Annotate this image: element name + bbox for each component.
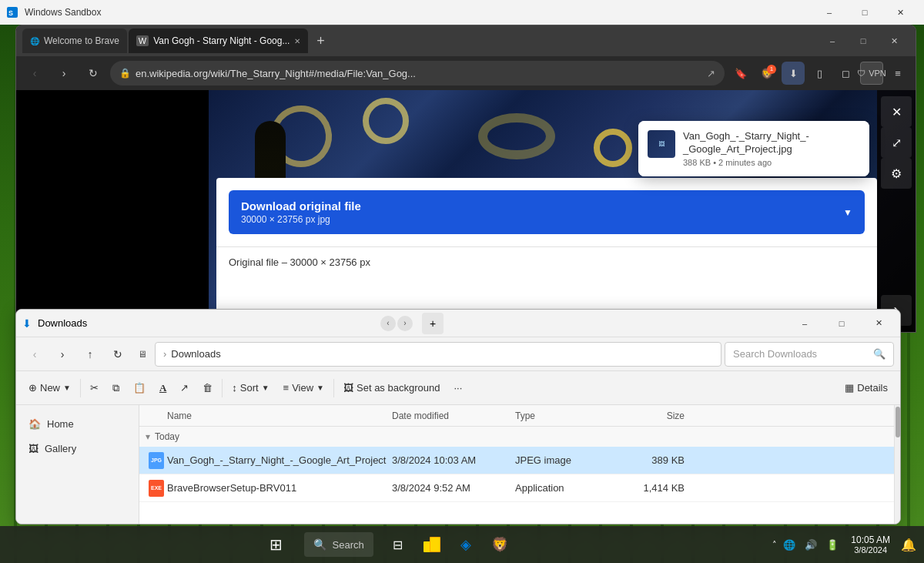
explorer-close-btn[interactable]: ✕ [863, 312, 894, 335]
sidebar-item-gallery[interactable]: 🖼 Gallery [19, 436, 136, 461]
file-row-brave[interactable]: EXE BraveBrowserSetup-BRV011 3/8/2024 9:… [139, 474, 894, 502]
file-explorer-taskbar-icon[interactable] [417, 529, 447, 560]
bookmark-icon[interactable]: 🔖 [729, 62, 752, 85]
cut-btn[interactable]: ✂ [84, 376, 105, 400]
paste-icon: 📋 [133, 382, 146, 394]
explorer-sidebar: 🏠 Home 🖼 Gallery [16, 405, 139, 524]
more-icon: ··· [454, 382, 462, 394]
address-text: en.wikipedia.org/wiki/The_Starry_Night#/… [136, 68, 702, 79]
clock-date: 3/8/2024 [851, 545, 890, 555]
explorer-prev-tab[interactable]: ‹ [380, 316, 396, 331]
more-btn[interactable]: ··· [447, 376, 468, 400]
forward-button[interactable]: › [52, 61, 76, 85]
toolbar-sep-3 [333, 379, 334, 397]
group-collapse-icon[interactable]: ▾ [146, 431, 150, 442]
details-btn[interactable]: ▦ Details [839, 376, 894, 400]
view-btn[interactable]: ≡ View ▼ [277, 376, 330, 400]
download-filename: Van_Gogh_-_Starry_Night_- _Google_Art_Pr… [683, 130, 860, 156]
explorer-back-btn[interactable]: ‹ [22, 342, 47, 367]
system-clock[interactable]: 10:05 AM 3/8/2024 [845, 535, 896, 555]
details-icon: ▦ [845, 382, 854, 394]
settings-btn[interactable]: ⚙ [881, 158, 912, 189]
share-icon[interactable]: ↗ [707, 68, 715, 79]
set-background-btn[interactable]: 🖼 Set as background [337, 376, 446, 400]
refresh-button[interactable]: ↻ [81, 61, 105, 85]
new-tab-button[interactable]: + [310, 30, 331, 52]
explorer-maximize-btn[interactable]: □ [826, 312, 857, 335]
tab-welcome[interactable]: 🌐 Welcome to Brave [22, 28, 127, 53]
edge-taskbar-icon[interactable]: ◈ [450, 529, 481, 560]
download-original-btn[interactable]: Download original file 30000 × 23756 px … [229, 190, 865, 234]
explorer-forward-btn[interactable]: › [50, 342, 75, 367]
download-chevron-icon: ▼ [843, 207, 852, 218]
file-row-vangogh[interactable]: JPG Van_Gogh_-_Starry_Night_-_Google_Art… [139, 447, 894, 474]
sandbox-close-btn[interactable]: ✕ [882, 0, 918, 25]
close-fullscreen-btn[interactable]: ✕ [881, 96, 912, 127]
sidebar-toggle-icon[interactable]: ▯ [808, 62, 831, 85]
vangogh-filename: Van_Gogh_-_Starry_Night_-_Google_Art_Pro… [167, 454, 392, 466]
new-btn[interactable]: ⊕ New ▼ [22, 376, 77, 400]
explorer-new-tab-btn[interactable]: + [422, 313, 444, 334]
original-file-info: Original file – 30000 × 23756 px [216, 246, 877, 268]
network-tray-icon[interactable]: 🌐 [780, 535, 798, 554]
brave-taskbar-icon[interactable]: 🦁 [484, 529, 515, 560]
taskbar-search[interactable]: 🔍 Search [304, 532, 373, 557]
share-btn[interactable]: ↗ [174, 376, 195, 400]
explorer-address-text: Downloads [171, 348, 220, 360]
browser-maximize-btn[interactable]: □ [848, 28, 879, 53]
site-info-icon[interactable]: 🔒 [119, 68, 131, 79]
notification-icon[interactable]: 🔔 [899, 535, 918, 554]
start-button[interactable]: ⊞ [258, 526, 295, 563]
brave-shield-icon[interactable]: 🦁 1 [755, 62, 778, 85]
col-header-size[interactable]: Size [608, 411, 685, 421]
downloads-icon[interactable]: ⬇ [782, 62, 805, 85]
clock-time: 10:05 AM [851, 535, 890, 545]
tab-vangogh[interactable]: W Van Gogh - Starry Night - Goog... ✕ [129, 28, 309, 53]
menu-icon[interactable]: ≡ [886, 62, 909, 85]
speaker-tray-icon[interactable]: 🔊 [802, 535, 820, 554]
search-placeholder-text: Search Downloads [733, 348, 817, 360]
explorer-search-bar[interactable]: Search Downloads 🔍 [725, 342, 894, 367]
explorer-refresh-btn[interactable]: ↻ [105, 342, 130, 367]
browser-minimize-btn[interactable]: – [817, 28, 848, 53]
col-header-type[interactable]: Type [515, 411, 608, 421]
explorer-minimize-btn[interactable]: – [789, 312, 820, 335]
tab-vangogh-close[interactable]: ✕ [294, 37, 300, 45]
brave-file-icon: EXE [146, 480, 167, 497]
copy-btn[interactable]: ⧉ [106, 376, 126, 400]
download-dropdown: 🖼 Van_Gogh_-_Starry_Night_- _Google_Art_… [638, 121, 869, 176]
cut-icon: ✂ [90, 382, 99, 394]
browser-titlebar-btns: – □ ✕ [817, 28, 909, 53]
browser-close-btn[interactable]: ✕ [879, 28, 909, 53]
vpn-icon[interactable]: 🛡 VPN [860, 62, 883, 85]
background-icon: 🖼 [343, 382, 353, 394]
brave-type: Application [515, 482, 608, 494]
col-header-date[interactable]: Date modified [392, 411, 515, 421]
taskbar-search-label: Search [333, 539, 364, 551]
expand-btn[interactable]: ⤢ [881, 127, 912, 158]
sandbox-maximize-btn[interactable]: □ [847, 0, 882, 25]
explorer-next-tab[interactable]: › [397, 316, 413, 331]
sort-btn[interactable]: ↕ Sort ▼ [226, 376, 275, 400]
paste-btn[interactable]: 📋 [127, 376, 152, 400]
explorer-address-bar[interactable]: › Downloads [155, 342, 721, 367]
vangogh-file-icon: JPG [146, 452, 167, 469]
tray-chevron[interactable]: ˄ [772, 540, 777, 550]
col-header-name[interactable]: Name [146, 411, 392, 421]
share-icon: ↗ [180, 382, 189, 394]
file-list-scrollbar[interactable] [894, 405, 900, 524]
sidebar-item-home[interactable]: 🏠 Home [19, 411, 136, 436]
back-button[interactable]: ‹ [22, 61, 47, 85]
delete-btn[interactable]: 🗑 [196, 376, 219, 400]
explorer-up-btn[interactable]: ↑ [78, 342, 102, 367]
wallet-icon[interactable]: ◻ [834, 62, 857, 85]
rename-btn[interactable]: A [153, 376, 172, 400]
task-view-icon[interactable]: ⊟ [383, 529, 413, 560]
battery-tray-icon[interactable]: 🔋 [823, 535, 842, 554]
explorer-title-icon: ⬇ [22, 317, 32, 330]
address-bar[interactable]: 🔒 en.wikipedia.org/wiki/The_Starry_Night… [110, 61, 725, 85]
sandbox-minimize-btn[interactable]: – [812, 0, 847, 25]
view-label: View [292, 382, 313, 394]
view-icon: ≡ [283, 382, 290, 394]
sidebar-gallery-label: Gallery [45, 443, 76, 454]
